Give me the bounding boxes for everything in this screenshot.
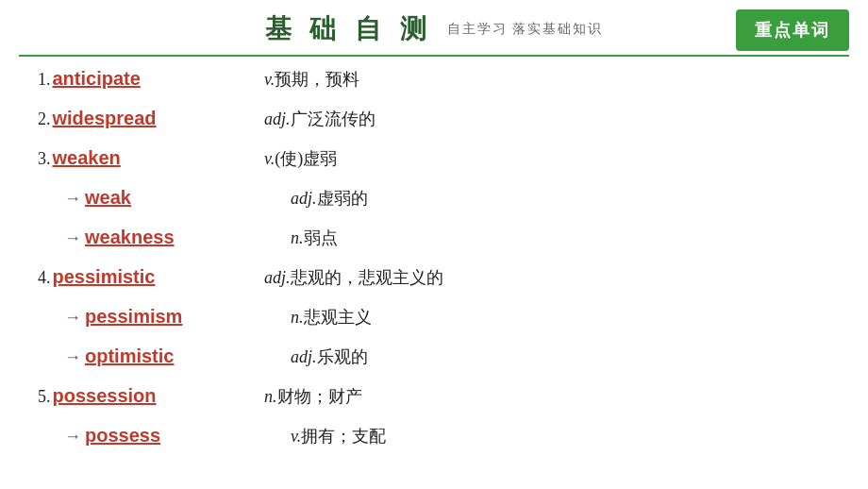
- vocab-definition: adj.广泛流传的: [264, 108, 830, 130]
- vocab-list: 1.anticipatev.预期，预料2.widespreadadj.广泛流传的…: [0, 66, 868, 459]
- item-number: 2.: [38, 110, 51, 129]
- sub-vocab-definition: adj.乐观的: [291, 346, 830, 368]
- arrow-icon: →: [64, 189, 81, 209]
- vocab-row: 3.weakenv.(使)虚弱: [38, 147, 830, 181]
- page-title: 基 础 自 测: [265, 11, 432, 47]
- vocab-sub-row: →optimisticadj.乐观的: [38, 346, 830, 379]
- sub-pos-label: n.: [291, 308, 304, 327]
- sub-item-word: optimistic: [85, 346, 174, 367]
- item-number: 4.: [38, 268, 51, 288]
- pos-label: n.: [264, 387, 277, 406]
- item-number: 1.: [38, 70, 51, 90]
- def-text: 财物；财产: [277, 387, 362, 406]
- sub-pos-label: v.: [291, 427, 301, 446]
- def-text: (使)虚弱: [275, 149, 337, 168]
- sub-def-text: 弱点: [304, 228, 338, 247]
- sub-pos-label: n.: [291, 228, 304, 247]
- vocab-sub-row: →weakadj.虚弱的: [38, 187, 830, 221]
- def-text: 预期，预料: [275, 70, 359, 89]
- vocab-left: 3.weaken: [38, 147, 264, 169]
- vocab-row: 1.anticipatev.预期，预料: [38, 68, 830, 102]
- sub-def-text: 拥有；支配: [301, 427, 386, 446]
- item-number: 5.: [38, 387, 51, 407]
- item-word: anticipate: [53, 68, 141, 90]
- item-word: possession: [53, 385, 157, 407]
- vocab-sub-left: →optimistic: [64, 346, 291, 367]
- header-subtitle: 自主学习 落实基础知识: [447, 21, 604, 38]
- vocab-sub-left: →pessimism: [64, 306, 291, 328]
- vocab-sub-left: →weak: [64, 187, 291, 209]
- pos-label: v.: [264, 149, 275, 168]
- sub-def-text: 乐观的: [317, 347, 368, 366]
- arrow-icon: →: [64, 308, 81, 328]
- sub-item-word: possess: [85, 425, 160, 447]
- item-word: widespread: [53, 108, 157, 129]
- arrow-icon: →: [64, 228, 81, 248]
- item-word: pessimistic: [53, 266, 156, 288]
- vocab-left: 1.anticipate: [38, 68, 264, 90]
- vocab-sub-row: →weaknessn.弱点: [38, 227, 830, 261]
- vocab-left: 5.possession: [38, 385, 264, 407]
- vocab-row: 2.widespreadadj.广泛流传的: [38, 108, 830, 142]
- def-text: 悲观的，悲观主义的: [291, 268, 443, 287]
- vocab-sub-row: →possessv.拥有；支配: [38, 425, 830, 459]
- sub-item-word: weak: [85, 187, 131, 209]
- header-divider: [19, 55, 849, 57]
- vocab-row: 5.possessionn.财物；财产: [38, 385, 830, 419]
- key-words-button[interactable]: 重点单词: [736, 9, 849, 51]
- pos-label: adj.: [264, 110, 291, 128]
- sub-pos-label: adj.: [291, 189, 317, 208]
- pos-label: v.: [264, 70, 275, 89]
- sub-def-text: 悲观主义: [304, 308, 372, 327]
- item-word: weaken: [53, 147, 121, 169]
- vocab-definition: v.(使)虚弱: [264, 147, 830, 170]
- arrow-icon: →: [64, 347, 81, 367]
- pos-label: adj.: [264, 268, 291, 287]
- vocab-definition: v.预期，预料: [264, 68, 830, 91]
- sub-item-word: pessimism: [85, 306, 182, 328]
- sub-vocab-definition: adj.虚弱的: [291, 187, 830, 210]
- sub-pos-label: adj.: [291, 347, 317, 366]
- vocab-left: 2.widespread: [38, 108, 264, 129]
- sub-vocab-definition: n.弱点: [291, 227, 830, 249]
- item-number: 3.: [38, 149, 51, 169]
- vocab-definition: adj.悲观的，悲观主义的: [264, 266, 830, 289]
- vocab-definition: n.财物；财产: [264, 385, 830, 408]
- sub-vocab-definition: v.拥有；支配: [291, 425, 830, 447]
- vocab-left: 4.pessimistic: [38, 266, 264, 288]
- vocab-sub-left: →weakness: [64, 227, 291, 248]
- vocab-sub-left: →possess: [64, 425, 291, 447]
- sub-item-word: weakness: [85, 227, 175, 248]
- sub-def-text: 虚弱的: [317, 189, 368, 208]
- vocab-sub-row: →pessimismn.悲观主义: [38, 306, 830, 340]
- header: 基 础 自 测 自主学习 落实基础知识 重点单词: [0, 0, 868, 55]
- sub-vocab-definition: n.悲观主义: [291, 306, 830, 329]
- def-text: 广泛流传的: [291, 110, 376, 128]
- arrow-icon: →: [64, 427, 81, 447]
- vocab-row: 4.pessimisticadj.悲观的，悲观主义的: [38, 266, 830, 300]
